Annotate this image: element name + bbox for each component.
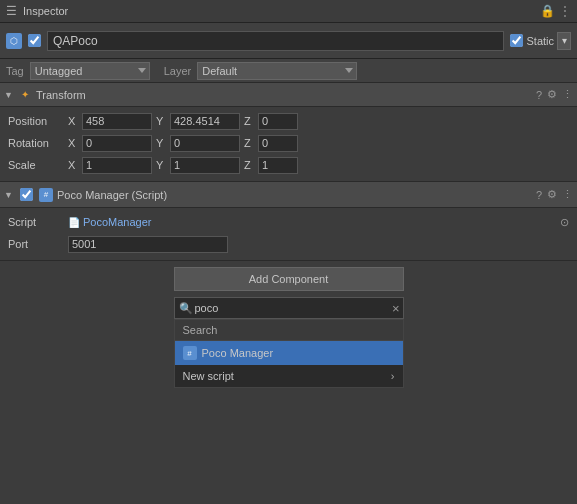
- header-icons: 🔒 ⋮: [540, 4, 571, 18]
- script-select-icon[interactable]: ⊙: [560, 216, 569, 229]
- position-row: Position X Y Z: [8, 111, 569, 131]
- poco-manager-settings-icon[interactable]: ⚙: [547, 188, 557, 201]
- poco-manager-result-icon: #: [183, 346, 197, 360]
- transform-title: Transform: [36, 89, 532, 101]
- transform-menu-icon[interactable]: ⋮: [562, 88, 573, 101]
- scale-y-input[interactable]: [170, 157, 240, 174]
- static-group: Static ▾: [510, 32, 571, 50]
- tag-select[interactable]: Untagged: [30, 62, 150, 80]
- scale-y-field: Y: [156, 157, 240, 174]
- script-row: Script 📄 PocoManager ⊙: [8, 212, 569, 232]
- new-script-label: New script: [183, 370, 386, 382]
- add-component-button[interactable]: Add Component: [174, 267, 404, 291]
- rotation-y-input[interactable]: [170, 135, 240, 152]
- port-input[interactable]: [68, 236, 228, 253]
- poco-manager-menu-icon[interactable]: ⋮: [562, 188, 573, 201]
- scale-label: Scale: [8, 159, 68, 171]
- scale-x-input[interactable]: [82, 157, 152, 174]
- position-xyz: X Y Z: [68, 113, 569, 130]
- rotation-label: Rotation: [8, 137, 68, 149]
- position-z-field: Z: [244, 113, 298, 130]
- poco-manager-result-label: Poco Manager: [202, 347, 395, 359]
- tag-layer-row: Tag Untagged Layer Default: [0, 59, 577, 83]
- inspector-header: ☰ Inspector 🔒 ⋮: [0, 0, 577, 23]
- position-y-field: Y: [156, 113, 240, 130]
- layer-select[interactable]: Default: [197, 62, 357, 80]
- poco-manager-title: Poco Manager (Script): [57, 189, 532, 201]
- poco-manager-section-actions: ? ⚙ ⋮: [536, 188, 573, 201]
- transform-settings-icon[interactable]: ⚙: [547, 88, 557, 101]
- object-type-icon: ⬡: [6, 33, 22, 49]
- static-checkbox[interactable]: [510, 34, 523, 47]
- rotation-y-field: Y: [156, 135, 240, 152]
- port-row: Port: [8, 234, 569, 254]
- rotation-z-field: Z: [244, 135, 298, 152]
- scale-x-field: X: [68, 157, 152, 174]
- scale-z-input[interactable]: [258, 157, 298, 174]
- inspector-tab-icon: ☰: [6, 4, 17, 18]
- static-label: Static: [526, 35, 554, 47]
- poco-manager-icon: #: [39, 188, 53, 202]
- position-y-input[interactable]: [170, 113, 240, 130]
- search-result-poco-manager[interactable]: # Poco Manager: [175, 341, 403, 365]
- scale-y-label: Y: [156, 159, 168, 171]
- search-dropdown: Search # Poco Manager New script ›: [174, 319, 404, 388]
- search-icon: 🔍: [179, 302, 193, 315]
- script-field-label: Script: [8, 216, 68, 228]
- tag-label: Tag: [6, 65, 24, 77]
- poco-manager-help-icon[interactable]: ?: [536, 189, 542, 201]
- rotation-z-input[interactable]: [258, 135, 298, 152]
- lock-icon[interactable]: 🔒: [540, 4, 555, 18]
- rotation-xyz: X Y Z: [68, 135, 569, 152]
- rotation-row: Rotation X Y Z: [8, 133, 569, 153]
- scale-x-label: X: [68, 159, 80, 171]
- rotation-z-label: Z: [244, 137, 256, 149]
- transform-collapse-arrow: ▼: [4, 90, 14, 100]
- object-enabled-checkbox[interactable]: [28, 34, 41, 47]
- object-row: ⬡ Static ▾: [0, 23, 577, 59]
- header-menu-icon[interactable]: ⋮: [559, 4, 571, 18]
- search-input[interactable]: [174, 297, 404, 319]
- scale-z-label: Z: [244, 159, 256, 171]
- layer-label: Layer: [164, 65, 192, 77]
- poco-manager-collapse-arrow: ▼: [4, 190, 14, 200]
- scale-row: Scale X Y Z: [8, 155, 569, 175]
- transform-body: Position X Y Z Rotation X Y: [0, 107, 577, 182]
- search-clear-icon[interactable]: ×: [392, 302, 400, 315]
- position-x-field: X: [68, 113, 152, 130]
- rotation-y-label: Y: [156, 137, 168, 149]
- search-results-header: Search: [175, 320, 403, 341]
- poco-manager-enabled-checkbox[interactable]: [20, 188, 33, 201]
- rotation-x-input[interactable]: [82, 135, 152, 152]
- transform-help-icon[interactable]: ?: [536, 89, 542, 101]
- static-dropdown-btn[interactable]: ▾: [557, 32, 571, 50]
- transform-section-header[interactable]: ▼ ✦ Transform ? ⚙ ⋮: [0, 83, 577, 107]
- add-component-area: Add Component 🔍 × Search # Poco Manager …: [0, 267, 577, 388]
- poco-manager-section-header[interactable]: ▼ # Poco Manager (Script) ? ⚙ ⋮: [0, 182, 577, 208]
- script-value[interactable]: PocoManager: [83, 216, 152, 228]
- poco-manager-body: Script 📄 PocoManager ⊙ Port: [0, 208, 577, 261]
- position-x-input[interactable]: [82, 113, 152, 130]
- inspector-title: Inspector: [23, 5, 68, 17]
- scale-z-field: Z: [244, 157, 298, 174]
- transform-icon: ✦: [18, 88, 32, 102]
- position-label: Position: [8, 115, 68, 127]
- rotation-x-label: X: [68, 137, 80, 149]
- search-container: 🔍 ×: [174, 297, 404, 319]
- position-z-input[interactable]: [258, 113, 298, 130]
- new-script-item[interactable]: New script ›: [175, 365, 403, 387]
- position-y-label: Y: [156, 115, 168, 127]
- object-name-input[interactable]: [47, 31, 504, 51]
- position-z-label: Z: [244, 115, 256, 127]
- rotation-x-field: X: [68, 135, 152, 152]
- script-file-icon: 📄: [68, 217, 80, 228]
- port-label: Port: [8, 238, 68, 250]
- new-script-arrow: ›: [391, 370, 395, 382]
- position-x-label: X: [68, 115, 80, 127]
- transform-section-actions: ? ⚙ ⋮: [536, 88, 573, 101]
- scale-xyz: X Y Z: [68, 157, 569, 174]
